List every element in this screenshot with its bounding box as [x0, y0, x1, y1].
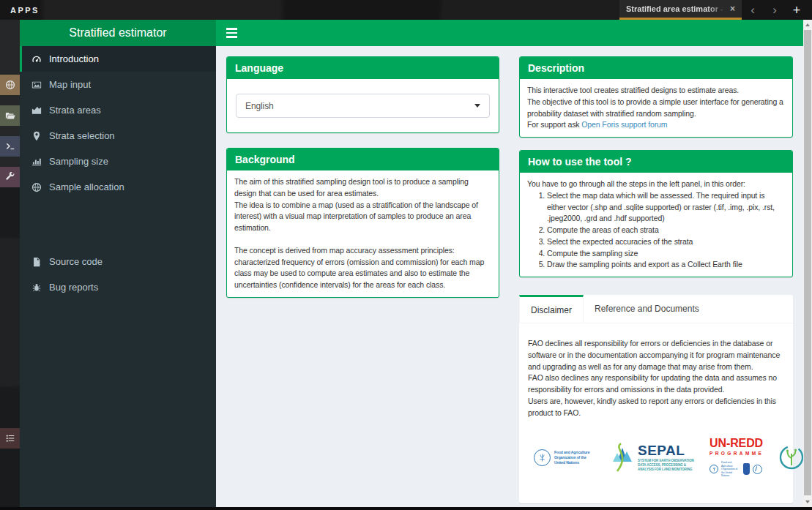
- app-dock: [0, 20, 20, 507]
- tab-label: Disclaimer: [531, 305, 572, 315]
- un-redd-logo: UN-REDD PROGRAMME Food and Agriculture O…: [709, 438, 764, 477]
- disclaimer-content: FAO declines all responsibility for erro…: [519, 323, 793, 503]
- bug-icon: [31, 282, 42, 293]
- background-paragraph: The aim of this stratified sampling desi…: [234, 176, 491, 200]
- scroll-down-icon[interactable]: [803, 497, 812, 507]
- un-redd-logo-subtext: PROGRAMME: [709, 450, 764, 457]
- hamburger-icon[interactable]: [216, 20, 247, 46]
- disclaimer-line: Users are, however, kindly asked to repo…: [528, 396, 784, 419]
- back-icon[interactable]: ‹: [742, 0, 764, 20]
- scroll-up-icon[interactable]: [803, 20, 812, 30]
- sidebar-item-map-input[interactable]: Map input: [20, 72, 216, 97]
- fao-logo: Food and Agriculture Organization of the…: [534, 449, 595, 466]
- folder-open-icon[interactable]: [0, 105, 20, 126]
- fao-logo-text: Food and Agriculture Organization of the…: [554, 450, 595, 465]
- info-tabs-card: Disclaimer Reference and Documents FAO d…: [519, 295, 793, 503]
- howto-panel: How to use the tool ? You have to go thr…: [519, 150, 793, 277]
- sepal-logo: SEPAL SYSTEM FOR EARTH OBSERVATION DATA …: [610, 442, 695, 473]
- fao-emblem-icon: [534, 449, 551, 466]
- howto-step: Compute the sampling size: [547, 248, 785, 260]
- map-marker-icon: [31, 131, 42, 141]
- sidebar: Stratified estimator Introduction Map in…: [20, 20, 216, 507]
- description-panel: Description This interactive tool create…: [519, 56, 793, 138]
- file-icon: [31, 257, 42, 267]
- background-panel-title: Background: [227, 149, 499, 170]
- sidebar-item-strata-areas[interactable]: Strata areas: [20, 97, 216, 123]
- sidebar-title: Stratified estimator: [20, 20, 216, 46]
- disclaimer-line: FAO declines all responsibility for erro…: [528, 338, 784, 372]
- globe-icon: [31, 182, 42, 192]
- howto-panel-title: How to use the tool ?: [520, 151, 792, 173]
- support-prefix: For support ask: [527, 120, 581, 129]
- disclaimer-line: FAO also declines any responsibility for…: [528, 372, 784, 396]
- fao-mini-text: Food and Agriculture Organization of the…: [721, 461, 740, 478]
- sidebar-item-sample-allocation[interactable]: Sample allocation: [20, 174, 216, 200]
- scrollbar-thumb[interactable]: [804, 30, 811, 495]
- description-support-line: For support ask Open Foris support forum: [527, 119, 785, 131]
- content-navbar: [216, 20, 803, 46]
- area-chart-icon: [31, 105, 42, 116]
- terminal-icon[interactable]: [0, 136, 20, 157]
- openforis-tree-icon: [778, 444, 805, 470]
- tab-title: Stratified area estimator - De: [626, 4, 726, 13]
- new-tab-icon[interactable]: +: [786, 0, 808, 20]
- language-select-value: English: [245, 100, 474, 113]
- globe-app-icon[interactable]: [0, 75, 20, 95]
- description-line: The objective of this tool is to provide…: [527, 97, 785, 120]
- content-area: Language English Background The aim of t…: [216, 20, 812, 507]
- forward-icon[interactable]: ›: [764, 0, 786, 20]
- background-paragraph: The concept is derived from map accuracy…: [234, 245, 491, 291]
- tasks-list-icon[interactable]: [0, 428, 20, 449]
- sidebar-item-label: Source code: [49, 256, 103, 267]
- howto-steps: Select the map data which will be assess…: [527, 190, 785, 271]
- description-line: This interactive tool creates stratified…: [527, 85, 785, 97]
- screen: APPS Stratified area estimator - De × ‹ …: [0, 0, 812, 510]
- bar-chart-icon: [31, 157, 42, 167]
- unep-mini-logo: [753, 465, 762, 474]
- sepal-mountains-icon: [610, 442, 636, 473]
- howto-step: Draw the sampling points and export as a…: [547, 259, 785, 271]
- app-top-bar: APPS Stratified area estimator - De × ‹ …: [0, 0, 812, 20]
- partner-logos: Food and Agriculture Organization of the…: [528, 438, 784, 477]
- sidebar-item-bug-reports[interactable]: Bug reports: [20, 274, 216, 300]
- open-foris-forum-link[interactable]: Open Foris support forum: [581, 120, 667, 129]
- wrench-icon[interactable]: [0, 167, 20, 187]
- sepal-logo-text: SEPAL: [638, 443, 695, 457]
- tab-label: Reference and Documents: [595, 304, 699, 314]
- howto-intro: You have to go through all the steps in …: [527, 179, 785, 190]
- sidebar-item-label: Strata selection: [49, 130, 115, 141]
- image-icon: [31, 80, 42, 90]
- background-paragraph: The idea is to combine a map (used as a …: [234, 200, 491, 234]
- language-panel-title: Language: [227, 57, 499, 79]
- sidebar-item-label: Sampling size: [49, 156, 108, 167]
- sidebar-links: Source code Bug reports: [20, 249, 216, 300]
- sidebar-item-sampling-size[interactable]: Sampling size: [20, 149, 216, 174]
- sidebar-item-source-code[interactable]: Source code: [20, 249, 216, 274]
- content-grid: Language English Background The aim of t…: [216, 46, 812, 503]
- tab-disclaimer[interactable]: Disclaimer: [519, 295, 584, 323]
- content-scrollbar[interactable]: [803, 20, 812, 507]
- sidebar-item-label: Map input: [49, 79, 91, 90]
- un-redd-partner-icons: Food and Agriculture Organization of the…: [709, 461, 762, 478]
- undp-mini-logo: [743, 463, 750, 475]
- close-icon[interactable]: ×: [730, 4, 735, 13]
- un-redd-logo-text: UN-REDD: [709, 438, 763, 449]
- tab-reference-and-documents[interactable]: Reference and Documents: [584, 295, 710, 323]
- howto-step: Select the map data which will be assess…: [547, 190, 785, 225]
- dropdown-caret-icon: [474, 104, 480, 108]
- sidebar-menu: Introduction Map input Strata areas Stra…: [20, 46, 216, 200]
- browser-tab[interactable]: Stratified area estimator - De ×: [619, 0, 742, 20]
- sidebar-item-introduction[interactable]: Introduction: [20, 46, 216, 72]
- sidebar-item-label: Sample allocation: [49, 181, 124, 192]
- background-panel: Background The aim of this stratified sa…: [226, 148, 499, 298]
- sidebar-item-label: Introduction: [49, 53, 99, 64]
- language-select[interactable]: English: [236, 94, 490, 118]
- language-panel: Language English: [226, 56, 499, 133]
- sidebar-item-strata-selection[interactable]: Strata selection: [20, 123, 216, 149]
- dashboard-icon: [31, 54, 42, 64]
- apps-brand: APPS: [0, 6, 40, 15]
- main-row: Stratified estimator Introduction Map in…: [0, 20, 812, 507]
- howto-step: Select the expected accuracies of the st…: [547, 236, 785, 248]
- top-bar-spacer: [40, 0, 619, 20]
- sepal-logo-subtext: SYSTEM FOR EARTH OBSERVATION DATA ACCESS…: [638, 459, 695, 473]
